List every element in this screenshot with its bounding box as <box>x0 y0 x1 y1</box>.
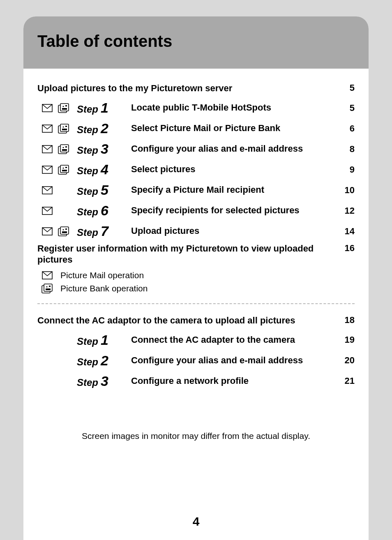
toc-row: Step1Locate public T-Mobile HotSpots5 <box>42 99 355 117</box>
step-number: 1 <box>101 332 108 348</box>
document-page: Table of contents Upload pictures to the… <box>23 16 369 540</box>
mail-icon <box>42 144 53 154</box>
svg-rect-11 <box>62 129 67 130</box>
step-number: 2 <box>101 120 108 136</box>
picture-bank-icon <box>42 284 53 293</box>
svg-point-3 <box>63 106 64 107</box>
svg-rect-2 <box>60 104 69 111</box>
toc-row: Step4Select pictures9 <box>42 161 355 179</box>
svg-rect-17 <box>62 149 67 151</box>
step-page: 21 <box>338 376 355 386</box>
section-page: 5 <box>338 83 355 93</box>
svg-rect-37 <box>46 288 51 290</box>
step-word: Step <box>77 165 98 177</box>
legend: Picture Mail operation Picture Bank oper… <box>42 270 355 293</box>
svg-point-35 <box>46 286 48 287</box>
step-word: Step <box>77 104 98 115</box>
toc-content: Upload pictures to the my Picturetown se… <box>23 69 369 441</box>
step-label: Step3 <box>77 141 131 157</box>
step-number: 3 <box>101 141 108 157</box>
svg-rect-22 <box>65 167 67 168</box>
row-icons <box>42 206 77 216</box>
step-description: Specify a Picture Mail recipient <box>131 185 338 195</box>
section-1-steps: Step1Locate public T-Mobile HotSpots5Ste… <box>37 99 355 240</box>
step-label: Step1 <box>77 100 131 116</box>
step-number: 5 <box>101 182 108 198</box>
svg-rect-34 <box>44 284 52 291</box>
page-number: 4 <box>23 515 369 528</box>
svg-rect-14 <box>60 145 69 152</box>
svg-rect-28 <box>60 227 69 234</box>
row-icons <box>42 165 77 175</box>
section-heading: Upload pictures to the my Picturetown se… <box>37 83 338 94</box>
toc-row: Step1Connect the AC adapter to the camer… <box>42 331 355 349</box>
section-heading-row: Upload pictures to the my Picturetown se… <box>37 83 355 94</box>
step-word: Step <box>77 206 98 218</box>
section-heading-row: Connect the AC adaptor to the camera to … <box>37 315 355 326</box>
picture-bank-icon <box>58 144 69 154</box>
svg-rect-10 <box>65 126 67 127</box>
step-number: 6 <box>101 203 108 219</box>
step-word: Step <box>77 186 98 197</box>
picture-bank-icon <box>58 206 69 216</box>
mail-icon <box>42 270 53 280</box>
step-label: Step3 <box>77 373 131 389</box>
step-word: Step <box>77 377 98 388</box>
mail-icon <box>42 185 53 195</box>
step-label: Step1 <box>77 332 131 348</box>
mail-icon <box>42 103 53 113</box>
step-description: Select pictures <box>131 164 338 175</box>
mail-icon <box>42 206 53 216</box>
step-label: Step4 <box>77 162 131 178</box>
row-icons <box>42 226 77 236</box>
toc-row: Step2Configure your alias and e-mail add… <box>42 351 355 369</box>
toc-row: Step3Configure a network profile21 <box>42 372 355 390</box>
step-page: 5 <box>338 103 355 113</box>
step-label: Step5 <box>77 182 131 198</box>
svg-point-29 <box>63 229 64 230</box>
step-word: Step <box>77 124 98 136</box>
svg-rect-16 <box>65 146 67 148</box>
section-divider <box>37 303 355 304</box>
step-page: 20 <box>338 355 355 366</box>
step-description: Select Picture Mail or Picture Bank <box>131 123 338 134</box>
legend-bank-label: Picture Bank operation <box>60 284 148 293</box>
step-word: Step <box>77 356 98 368</box>
picture-bank-icon <box>58 185 69 195</box>
step-page: 9 <box>338 164 355 175</box>
picture-bank-icon <box>58 103 69 113</box>
svg-rect-8 <box>60 124 69 132</box>
toc-row: Step2Select Picture Mail or Picture Bank… <box>42 120 355 138</box>
mail-icon <box>42 124 53 134</box>
picture-bank-icon <box>58 226 69 236</box>
svg-rect-23 <box>62 170 67 171</box>
step-label: Step6 <box>77 203 131 219</box>
step-page: 8 <box>338 144 355 155</box>
row-icons <box>42 185 77 195</box>
toc-row: Step5Specify a Picture Mail recipient10 <box>42 181 355 199</box>
page-title: Table of contents <box>37 32 355 51</box>
row-icons <box>42 103 77 113</box>
section-heading: Connect the AC adaptor to the camera to … <box>37 315 338 326</box>
row-icons <box>42 124 77 134</box>
step-description: Locate public T-Mobile HotSpots <box>131 102 338 113</box>
step-label: Step2 <box>77 120 131 136</box>
step-page: 14 <box>338 226 355 237</box>
section-page: 16 <box>338 243 355 254</box>
step-page: 6 <box>338 123 355 134</box>
svg-rect-5 <box>62 108 67 110</box>
svg-point-21 <box>63 167 64 168</box>
section-heading: Register user information with my Pictur… <box>37 243 338 265</box>
legend-row-mail: Picture Mail operation <box>42 270 355 280</box>
step-description: Connect the AC adapter to the camera <box>131 335 338 345</box>
step-label: Step2 <box>77 353 131 369</box>
svg-rect-36 <box>49 286 51 287</box>
step-description: Configure your alias and e-mail address <box>131 143 338 154</box>
toc-row: Step3Configure your alias and e-mail add… <box>42 140 355 158</box>
step-number: 1 <box>101 100 108 116</box>
page-header: Table of contents <box>23 16 369 69</box>
step-word: Step <box>77 145 98 156</box>
svg-point-9 <box>63 126 64 127</box>
legend-mail-label: Picture Mail operation <box>60 270 144 280</box>
step-number: 3 <box>101 373 108 389</box>
